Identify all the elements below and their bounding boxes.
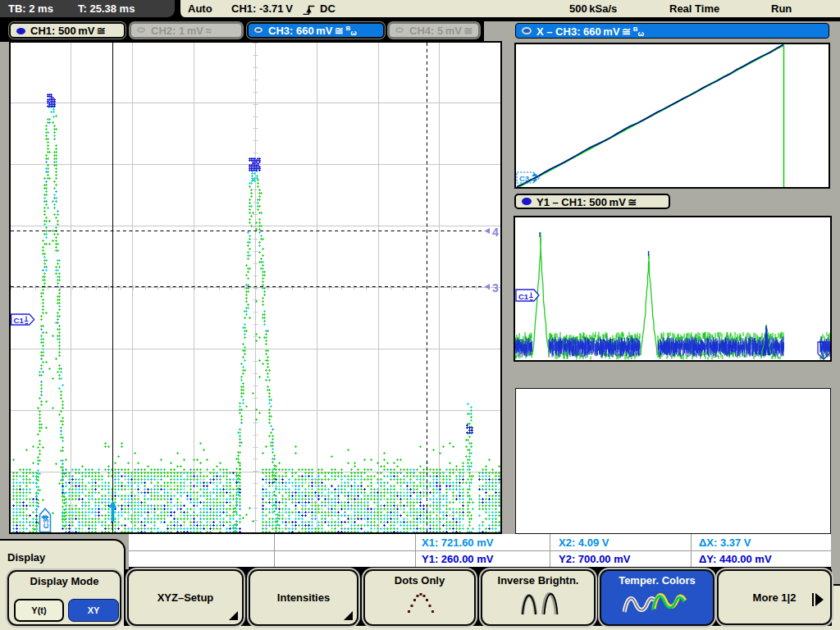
svg-text:4: 4 — [492, 226, 499, 239]
svg-text:C3: C3 — [41, 518, 50, 528]
svg-text:3: 3 — [492, 281, 499, 294]
svg-text:C3: C3 — [519, 174, 529, 183]
svg-text:C1: C1 — [14, 316, 25, 325]
svg-text:C1: C1 — [518, 292, 529, 301]
